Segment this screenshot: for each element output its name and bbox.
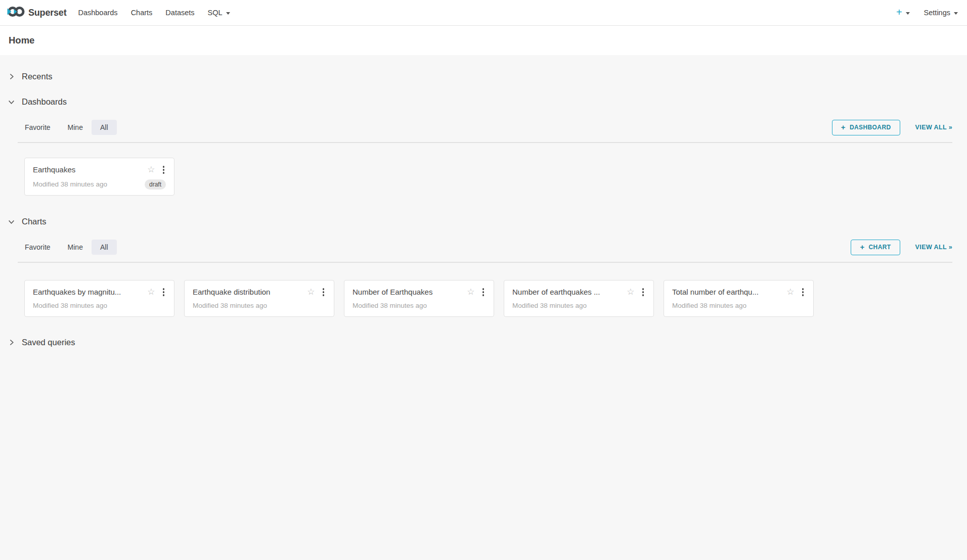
more-actions-icon[interactable] [161, 287, 166, 297]
charts-label: Charts [22, 217, 47, 226]
plus-icon: + [896, 7, 902, 17]
dashboards-controls: + DASHBOARD VIEW ALL » [832, 120, 952, 135]
charts-section-toggle[interactable]: Charts [8, 213, 967, 229]
modified-timestamp: Modified 38 minutes ago [353, 302, 486, 309]
navbar-right: + Settings [896, 8, 958, 17]
modified-timestamp: Modified 38 minutes ago [33, 302, 166, 309]
main-nav: Dashboards Charts Datasets SQL [71, 0, 236, 26]
more-actions-icon[interactable] [321, 287, 326, 297]
chart-card-title[interactable]: Earthquakes by magnitu... [33, 288, 143, 296]
charts-card-grid: Earthquakes by magnitu... ☆ Modified 38 … [24, 280, 967, 317]
nav-datasets[interactable]: Datasets [159, 0, 201, 26]
tab-mine[interactable]: Mine [59, 240, 92, 255]
superset-logo-icon [7, 6, 25, 20]
dashboards-divider [18, 142, 952, 143]
draft-status-badge: draft [145, 179, 166, 190]
favorite-star-icon[interactable]: ☆ [147, 165, 155, 174]
charts-view-all-link[interactable]: VIEW ALL » [915, 244, 952, 251]
chart-card[interactable]: Number of earthquakes ... ☆ Modified 38 … [504, 280, 654, 317]
nav-sql-menu[interactable]: SQL [201, 0, 237, 26]
recents-section-toggle[interactable]: Recents [8, 68, 967, 84]
dashboard-card[interactable]: Earthquakes ☆ Modified 38 minutes ago dr… [24, 158, 174, 196]
tab-all[interactable]: All [92, 240, 117, 255]
recents-label: Recents [22, 72, 53, 81]
chart-card-title[interactable]: Number of earthquakes ... [512, 288, 623, 296]
charts-tabs: Favorite Mine All [16, 240, 117, 255]
more-actions-icon[interactable] [801, 287, 806, 297]
favorite-star-icon[interactable]: ☆ [307, 288, 315, 296]
tab-all[interactable]: All [92, 120, 117, 135]
caret-down-icon [954, 12, 958, 15]
dashboards-label: Dashboards [22, 97, 67, 107]
dashboards-section-toggle[interactable]: Dashboards [8, 94, 967, 110]
page-title: Home [9, 35, 34, 46]
new-chart-button[interactable]: + CHART [851, 240, 900, 255]
tab-favorite[interactable]: Favorite [16, 120, 59, 135]
top-navbar: Superset Dashboards Charts Datasets SQL … [0, 0, 967, 26]
chart-card[interactable]: Number of Earthquakes ☆ Modified 38 minu… [344, 280, 494, 317]
home-content: Recents Dashboards Favorite Mine All + D… [0, 68, 967, 350]
chart-card-title[interactable]: Number of Earthquakes [353, 288, 463, 296]
charts-divider [18, 262, 952, 263]
saved-queries-label: Saved queries [22, 338, 75, 347]
favorite-star-icon[interactable]: ☆ [786, 288, 794, 296]
superset-logo[interactable]: Superset [7, 6, 66, 20]
chevron-down-icon [8, 99, 15, 105]
nav-charts[interactable]: Charts [124, 0, 159, 26]
brand-name: Superset [28, 8, 66, 18]
modified-timestamp: Modified 38 minutes ago [33, 180, 145, 188]
more-actions-icon[interactable] [641, 287, 646, 297]
nav-dashboards[interactable]: Dashboards [71, 0, 124, 26]
caret-down-icon [226, 12, 230, 15]
chevron-right-icon [8, 339, 15, 346]
plus-icon: + [841, 123, 846, 131]
chart-card[interactable]: Earthquake distribution ☆ Modified 38 mi… [184, 280, 334, 317]
modified-timestamp: Modified 38 minutes ago [512, 302, 645, 309]
charts-subheader: Favorite Mine All + CHART VIEW ALL » [0, 238, 967, 257]
dashboards-view-all-link[interactable]: VIEW ALL » [915, 124, 952, 131]
favorite-star-icon[interactable]: ☆ [627, 288, 634, 296]
charts-controls: + CHART VIEW ALL » [851, 240, 952, 255]
modified-timestamp: Modified 38 minutes ago [193, 302, 326, 309]
dashboards-card-grid: Earthquakes ☆ Modified 38 minutes ago dr… [24, 158, 967, 196]
tab-favorite[interactable]: Favorite [16, 240, 59, 255]
dashboard-card-title[interactable]: Earthquakes [33, 165, 143, 174]
tab-mine[interactable]: Mine [59, 120, 92, 135]
dashboards-subheader: Favorite Mine All + DASHBOARD VIEW ALL » [0, 118, 967, 137]
favorite-star-icon[interactable]: ☆ [147, 288, 155, 296]
new-item-menu[interactable]: + [896, 8, 910, 17]
plus-icon: + [860, 243, 864, 251]
chart-card[interactable]: Total number of earthqu... ☆ Modified 38… [664, 280, 814, 317]
caret-down-icon [906, 12, 910, 15]
chevron-right-icon [8, 73, 15, 80]
chart-card-title[interactable]: Earthquake distribution [193, 288, 303, 296]
chart-card[interactable]: Earthquakes by magnitu... ☆ Modified 38 … [24, 280, 174, 317]
settings-menu[interactable]: Settings [924, 9, 958, 17]
saved-queries-section-toggle[interactable]: Saved queries [8, 334, 967, 350]
more-actions-icon[interactable] [161, 165, 166, 175]
page-header: Home [0, 26, 967, 55]
favorite-star-icon[interactable]: ☆ [467, 288, 474, 296]
chevron-down-icon [8, 218, 15, 225]
new-dashboard-button[interactable]: + DASHBOARD [832, 120, 900, 135]
chart-card-title[interactable]: Total number of earthqu... [672, 288, 782, 296]
dashboards-tabs: Favorite Mine All [16, 120, 117, 135]
modified-timestamp: Modified 38 minutes ago [672, 302, 805, 309]
more-actions-icon[interactable] [481, 287, 486, 297]
